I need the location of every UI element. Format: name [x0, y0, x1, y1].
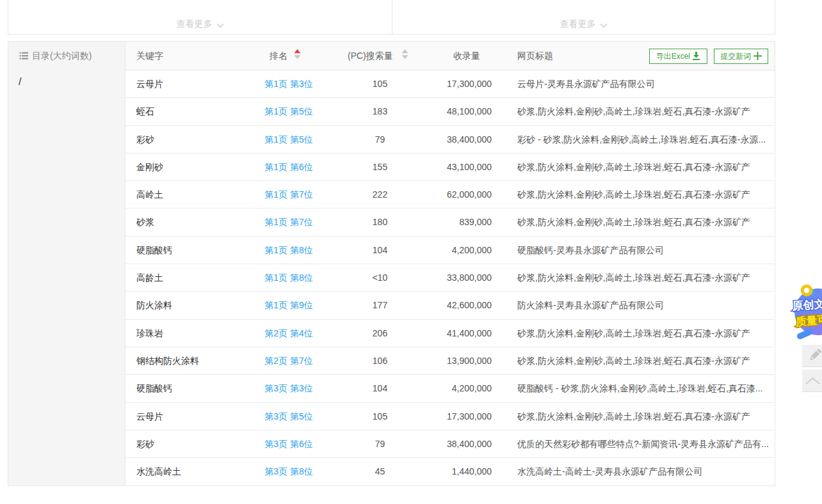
svg-text:质量可: 质量可 — [794, 313, 822, 328]
svg-text:原创文: 原创文 — [791, 298, 822, 313]
